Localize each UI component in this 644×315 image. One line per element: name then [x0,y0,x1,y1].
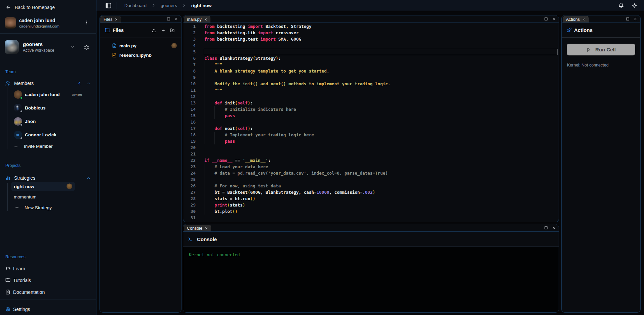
member-avatar [14,90,22,99]
code-line-17: 17 def next(self): [183,125,559,132]
line-number: 12 [183,93,196,100]
members-chevron-up-icon[interactable] [86,81,91,86]
sidebar-item-documentation[interactable]: Documentation [0,286,96,298]
code-line-31: 31 [183,215,559,221]
code-line-24: 24 # data = pd.read_csv('your_data.csv',… [183,170,559,176]
actions-tabstrip: Actions [562,15,640,23]
plus-icon [15,206,19,210]
breadcrumb-workspace[interactable]: gooners [161,3,177,8]
line-number: 8 [183,68,196,74]
indent-guide [204,74,204,81]
file-row-main.py[interactable]: main.py [100,41,181,50]
strategies-chevron-up-icon[interactable] [86,176,91,180]
new-file-plus-icon[interactable] [161,28,165,33]
breadcrumb-dashboard[interactable]: Dashboard [124,3,147,8]
strategy-item-momentum[interactable]: momentum [11,192,75,201]
line-number: 17 [183,125,196,132]
back-to-homepage-button[interactable]: Back to Homepage [0,0,96,10]
resource-label: Documentation [13,289,45,295]
member-row[interactable]: Bobbicus [0,101,96,115]
line-number: 25 [183,176,196,183]
close-icon[interactable] [204,18,207,21]
gear-icon [5,307,10,312]
team-section-label: Team [5,70,96,74]
code-line-8: 8 A blank strategy template to get you s… [183,68,559,74]
upload-icon[interactable] [152,28,156,33]
file-text-icon [5,289,10,295]
chevron-right-icon [151,3,156,8]
member-status-dot [20,123,23,126]
new-strategy-button[interactable]: New Strategy [0,203,96,212]
sidebar-toggle-icon[interactable] [105,2,112,9]
code-line-25: 25 [183,176,559,183]
sidebar: Back to Homepage caden john lund cadenjl… [0,0,96,315]
sidebar-item-settings[interactable]: Settings [0,303,96,315]
sidebar-item-tutorials[interactable]: Tutorials [0,274,96,286]
workspace-settings-gear-icon[interactable] [84,45,89,50]
projects-section-label: Projects [5,163,96,168]
line-number: 26 [183,183,196,189]
line-number: 7 [183,61,196,68]
strategy-item-right-now[interactable]: right now [11,182,75,191]
play-icon [586,47,591,52]
line-number: 22 [183,157,196,164]
strategies-section-header[interactable]: Strategies [5,175,91,181]
tab-files[interactable]: Files [100,16,121,22]
console-output[interactable]: Kernel not connected [183,247,559,312]
file-row-research.ipynb[interactable]: research.ipynb [100,50,181,60]
actions-title: Actions [574,27,593,33]
line-number: 14 [183,106,196,113]
workspace-chevron-down-icon[interactable] [70,44,75,49]
maximize-icon[interactable] [544,226,548,230]
maximize-icon[interactable] [626,17,630,21]
close-icon[interactable] [582,18,586,21]
file-name: main.py [119,43,136,48]
member-avatar [14,104,22,112]
member-row[interactable]: Jhon [0,115,96,128]
member-row[interactable]: caden john lundowner [0,88,96,101]
member-status-dot [20,96,23,99]
actions-header: Actions [562,23,640,38]
tab-console[interactable]: Console [184,225,211,231]
close-icon[interactable] [552,17,556,21]
strategy-collaborator-avatar [67,184,72,189]
file-name: research.ipynb [119,53,152,58]
topbar: Dashboard gooners right now [96,0,644,11]
member-name: Jhon [25,119,36,124]
sidebar-item-learn[interactable]: Learn [0,263,96,274]
member-status-dot [20,110,23,113]
members-section-header[interactable]: Members 4 [5,81,91,86]
run-cell-button[interactable]: Run Cell [567,44,635,55]
line-number: 28 [183,195,196,202]
code-line-6: 6class BlankStrategy(Strategy): [183,55,559,61]
files-panel: Files Files main.pyresearch.ipynb [99,15,182,313]
tab-main-py[interactable]: main.py [184,16,210,22]
maximize-icon[interactable] [167,17,170,21]
line-number: 21 [183,151,196,157]
member-row[interactable]: CLConnor Lozick [0,128,96,141]
line-number: 18 [183,132,196,138]
members-count: 4 [78,81,81,86]
new-folder-icon[interactable] [170,28,174,33]
profile-menu-icon[interactable] [84,20,89,25]
notifications-bell-icon[interactable] [618,3,624,8]
workspace-subtitle: Active workspace [23,48,54,53]
maximize-icon[interactable] [544,17,548,21]
close-icon[interactable] [205,227,208,230]
line-number: 31 [183,215,196,221]
invite-member-button[interactable]: Invite Member [0,141,96,151]
theme-sun-icon[interactable] [632,3,637,8]
close-icon[interactable] [115,18,118,21]
tab-actions[interactable]: Actions [563,16,589,22]
code-line-4: 4 [183,42,559,49]
code-line-26: 26 # For now, using test data [183,183,559,189]
code-line-21: 21 [183,151,559,157]
member-avatar [14,117,22,126]
close-icon[interactable] [174,17,178,21]
close-icon[interactable] [634,17,637,21]
sidebar-divider [0,33,96,34]
code-line-18: 18 # Implement your trading logic here [183,132,559,138]
code-editor[interactable]: 1from backtesting import Backtest, Strat… [183,23,559,221]
user-name: caden john lund [19,18,59,23]
close-icon[interactable] [552,226,556,230]
